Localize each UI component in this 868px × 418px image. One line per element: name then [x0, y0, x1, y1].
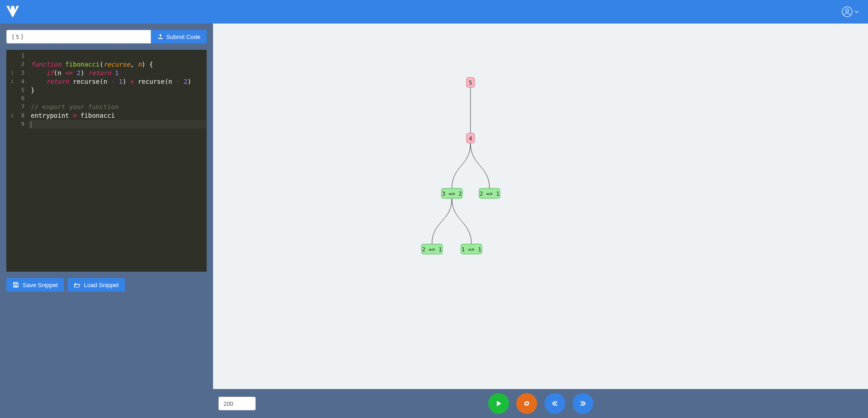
breakpoint-marker[interactable]: i — [9, 71, 14, 75]
line-number: 7 — [8, 103, 24, 111]
line-number: 1 — [8, 52, 24, 60]
code-line — [31, 94, 204, 103]
main-area: Submit Code 1 2 i3 i4 5 6 7 i8 9 functio… — [0, 24, 868, 418]
code-editor[interactable]: 1 2 i3 i4 5 6 7 i8 9 function fibonacci(… — [6, 50, 207, 272]
tree-node-label: 2 => 1 — [422, 246, 441, 253]
chevron-down-icon — [854, 10, 859, 14]
tree-node[interactable]: 3 => 2 — [441, 188, 462, 198]
submit-code-button[interactable]: Submit Code — [151, 30, 207, 43]
sidebar: Submit Code 1 2 i3 i4 5 6 7 i8 9 functio… — [0, 24, 213, 418]
viz-panel: 543 => 22 => 12 => 11 => 1 — [213, 24, 868, 418]
code-line: function fibonacci(recurse, n) { — [31, 60, 204, 69]
svg-rect-6 — [15, 283, 17, 284]
tree-node-label: 3 => 2 — [442, 191, 461, 197]
step-forward-button[interactable] — [572, 393, 593, 414]
breakpoint-marker[interactable]: i — [9, 79, 14, 84]
line-number: 6 — [8, 94, 24, 103]
tree-node[interactable]: 1 => 1 — [461, 244, 482, 254]
control-buttons — [488, 393, 593, 414]
args-input[interactable] — [6, 30, 151, 43]
tree-node-label: 1 => 1 — [461, 246, 481, 253]
speed-input[interactable] — [218, 397, 256, 410]
tree-node[interactable]: 2 => 1 — [422, 244, 442, 254]
user-icon — [842, 6, 853, 17]
code-line — [31, 52, 204, 60]
line-number: 2 — [8, 60, 24, 69]
tree-svg: 543 => 22 => 12 => 11 => 1 — [213, 24, 868, 389]
line-number: 9 — [8, 120, 24, 129]
folder-open-icon — [74, 282, 80, 288]
tree-edge — [432, 198, 452, 244]
load-snippet-label: Load Snippet — [84, 282, 119, 288]
tree-node[interactable]: 4 — [466, 133, 475, 143]
tree-node-label: 4 — [469, 135, 472, 142]
code-line — [31, 120, 204, 129]
save-snippet-button[interactable]: Save Snippet — [6, 278, 64, 292]
double-chevron-left-icon — [551, 399, 559, 408]
code-line: entrypoint = fibonacci — [31, 111, 204, 120]
logo-icon — [6, 6, 19, 18]
play-button[interactable] — [488, 393, 509, 414]
double-chevron-right-icon — [579, 399, 587, 408]
breakpoint-marker[interactable]: i — [9, 113, 14, 118]
submit-code-label: Submit Code — [166, 34, 200, 40]
svg-marker-0 — [6, 6, 19, 18]
tree-node-label: 2 => 1 — [480, 191, 499, 197]
load-snippet-button[interactable]: Load Snippet — [68, 278, 125, 292]
upload-icon — [157, 34, 164, 40]
snippet-buttons: Save Snippet Load Snippet — [6, 278, 207, 292]
tree-node[interactable]: 5 — [466, 77, 475, 87]
playback-controls — [213, 389, 868, 418]
tree-node-label: 5 — [469, 80, 472, 86]
editor-cursor — [31, 121, 31, 128]
line-number: 5 — [8, 86, 24, 95]
step-back-button[interactable] — [544, 393, 565, 414]
code-line: // export your function — [31, 103, 204, 111]
line-number: i4 — [8, 77, 24, 86]
svg-point-4 — [846, 9, 849, 12]
code-line: return recurse(n - 1) + recurse(n - 2) — [31, 77, 204, 86]
tree-edge — [452, 143, 470, 188]
app-header — [0, 0, 868, 24]
save-snippet-label: Save Snippet — [23, 282, 58, 288]
app-logo — [6, 6, 19, 18]
save-icon — [13, 282, 19, 288]
editor-body[interactable]: function fibonacci(recurse, n) { if(n <=… — [28, 50, 207, 272]
code-line: if(n <= 2) return 1 — [31, 69, 204, 77]
svg-rect-7 — [15, 285, 17, 287]
refresh-icon — [523, 399, 531, 408]
svg-rect-5 — [158, 38, 163, 39]
submit-row: Submit Code — [6, 30, 207, 43]
tree-edge — [470, 143, 490, 188]
recursion-tree-viz[interactable]: 543 => 22 => 12 => 11 => 1 — [213, 24, 868, 389]
line-number: i3 — [8, 69, 24, 77]
reset-button[interactable] — [516, 393, 537, 414]
editor-gutter: 1 2 i3 i4 5 6 7 i8 9 — [6, 50, 28, 272]
tree-edge — [452, 198, 471, 244]
code-line: } — [31, 86, 204, 95]
svg-marker-14 — [497, 401, 501, 406]
line-number: i8 — [8, 111, 24, 120]
user-menu[interactable] — [842, 6, 859, 17]
play-icon — [495, 399, 503, 408]
tree-node[interactable]: 2 => 1 — [479, 188, 500, 198]
